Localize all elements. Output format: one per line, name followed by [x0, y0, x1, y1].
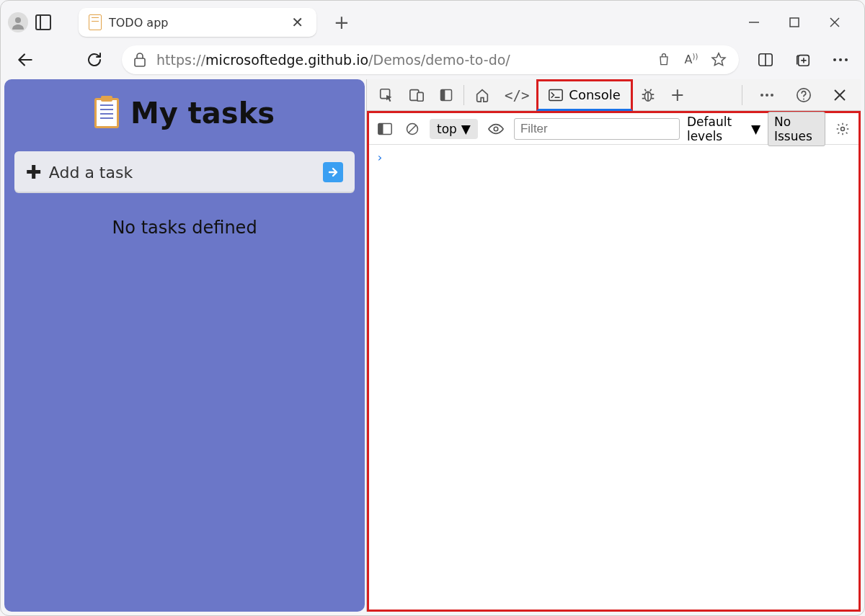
console-settings-button[interactable]: [833, 113, 853, 145]
bag-icon: [657, 53, 671, 67]
clear-console-button[interactable]: [402, 113, 422, 145]
collections-icon: [795, 52, 811, 68]
add-task-submit-button[interactable]: [323, 162, 343, 182]
more-icon: [760, 93, 774, 97]
empty-state-message: No tasks defined: [14, 218, 355, 238]
prompt-caret-icon: ›: [376, 151, 383, 164]
svg-point-11: [833, 58, 836, 61]
new-tab-button[interactable]: +: [663, 79, 692, 111]
issues-label: No Issues: [774, 115, 812, 143]
shopping-button[interactable]: [655, 51, 673, 68]
settings-more-button[interactable]: [830, 49, 851, 71]
svg-point-25: [803, 98, 804, 99]
console-tab-label: Console: [569, 87, 620, 102]
tab-close-button[interactable]: ✕: [288, 14, 306, 31]
caret-down-icon: ▼: [751, 122, 760, 136]
toggle-sidebar-button[interactable]: [375, 113, 395, 145]
devtools-help-button[interactable]: [789, 79, 819, 111]
lock-icon: [133, 53, 146, 67]
url-box[interactable]: https://microsoftedge.github.io/Demos/de…: [122, 45, 739, 74]
eye-icon: [488, 123, 504, 135]
back-button[interactable]: [14, 48, 37, 71]
tab-actions-button[interactable]: [35, 14, 51, 30]
help-icon: [796, 87, 812, 103]
refresh-icon: [86, 51, 103, 68]
page-title: My tasks: [130, 97, 275, 130]
svg-rect-19: [549, 89, 562, 100]
devtools-more-button[interactable]: [753, 79, 781, 111]
add-task-input[interactable]: ✚ Add a task: [14, 151, 355, 193]
more-icon: [833, 58, 848, 62]
maximize-button[interactable]: [786, 14, 802, 30]
svg-rect-18: [441, 89, 445, 100]
devices-icon: [409, 87, 425, 103]
svg-point-13: [845, 58, 848, 61]
svg-rect-29: [378, 123, 383, 134]
svg-point-21: [760, 94, 763, 97]
inspect-icon: [378, 87, 394, 103]
svg-point-33: [841, 127, 845, 130]
devtools-tabstrip: </> Console +: [367, 79, 861, 111]
add-task-placeholder: Add a task: [49, 164, 316, 182]
new-tab-button[interactable]: +: [324, 12, 360, 33]
device-emulation-button[interactable]: [402, 79, 432, 111]
url-text: https://microsoftedge.github.io/Demos/de…: [156, 52, 645, 68]
svg-point-22: [766, 94, 768, 97]
home-icon: [474, 87, 490, 103]
dock-button[interactable]: [432, 79, 461, 111]
live-expression-button[interactable]: [485, 113, 507, 145]
svg-line-31: [409, 125, 416, 133]
inspect-element-button[interactable]: [371, 79, 402, 111]
refresh-button[interactable]: [83, 48, 106, 71]
svg-point-12: [839, 58, 842, 61]
arrow-left-icon: [16, 50, 35, 69]
svg-point-23: [771, 94, 773, 97]
clear-icon: [405, 122, 420, 136]
star-icon: [711, 52, 727, 68]
devtools-close-button[interactable]: [826, 79, 853, 111]
dock-icon: [439, 88, 453, 102]
elements-tab[interactable]: </>: [497, 79, 536, 111]
gear-icon: [835, 122, 850, 136]
svg-rect-2: [790, 18, 799, 27]
window-controls: [746, 14, 857, 30]
filter-input[interactable]: [514, 118, 680, 140]
caret-down-icon: ▼: [461, 122, 471, 136]
clipboard-icon: [94, 98, 119, 128]
console-tab[interactable]: Console: [536, 79, 632, 111]
profile-button[interactable]: [8, 12, 28, 32]
levels-label: Default levels: [687, 115, 748, 143]
svg-rect-16: [417, 92, 423, 101]
browser-tab[interactable]: TODO app ✕: [79, 8, 316, 37]
console-icon: [549, 89, 563, 102]
page-header: My tasks: [14, 97, 355, 130]
split-icon: [758, 52, 773, 68]
context-selector[interactable]: top ▼: [430, 119, 478, 139]
issues-button[interactable]: No Issues: [768, 112, 825, 146]
window-close-button[interactable]: [827, 14, 843, 30]
arrow-right-icon: [327, 166, 339, 178]
read-aloud-button[interactable]: A)): [683, 51, 700, 68]
split-screen-button[interactable]: [755, 49, 776, 71]
devtools-panel: </> Console + top ▼: [366, 79, 861, 612]
user-icon: [11, 15, 25, 30]
console-toolbar: top ▼ Default levels ▼ No Issues: [369, 113, 859, 145]
bug-icon: [640, 87, 656, 103]
svg-point-32: [494, 127, 498, 131]
favorite-button[interactable]: [710, 51, 727, 68]
favicon-icon: [89, 14, 102, 30]
context-label: top: [437, 122, 457, 136]
collections-button[interactable]: [792, 49, 814, 71]
log-levels-selector[interactable]: Default levels ▼: [687, 115, 760, 143]
console-prompt[interactable]: ›: [369, 145, 859, 170]
address-bar: https://microsoftedge.github.io/Demos/de…: [1, 44, 864, 80]
plus-icon: ✚: [26, 161, 42, 183]
browser-titlebar: TODO app ✕ +: [1, 1, 864, 44]
tab-title: TODO app: [109, 16, 281, 30]
welcome-tab[interactable]: [467, 79, 497, 111]
close-icon: [833, 89, 846, 102]
page-viewport: My tasks ✚ Add a task No tasks defined: [4, 79, 365, 612]
minimize-button[interactable]: [746, 14, 762, 30]
svg-rect-5: [135, 58, 145, 66]
sources-tab[interactable]: [633, 79, 663, 111]
